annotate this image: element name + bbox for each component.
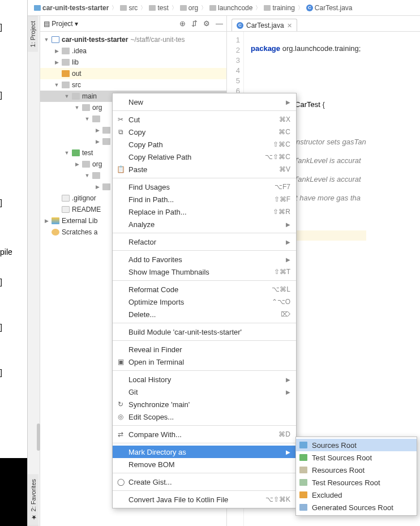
menu-item[interactable]: Git▶ (113, 386, 296, 398)
menu-item[interactable]: Show Image Thumbnails⇧⌘T (113, 266, 296, 278)
menu-item[interactable]: Analyze▶ (113, 218, 296, 230)
menu-item[interactable]: Find in Path...⇧⌘F (113, 193, 296, 206)
submenu-item[interactable]: Sources Root (296, 439, 417, 451)
gear-icon[interactable]: ⚙ (203, 19, 210, 28)
edge-text: pile (0, 247, 12, 256)
side-tool-strip: 1: Project ★ 2: Favorites (28, 16, 40, 526)
submenu-item[interactable]: Generated Sources Root (296, 501, 417, 514)
menu-item[interactable]: ⇄Compare With...⌘D (113, 428, 296, 441)
tree-root[interactable]: ▼car-unit-tests-starter~/staff/car-unit-… (40, 34, 226, 45)
menu-item[interactable]: Add to Favorites▶ (113, 253, 296, 266)
menu-item[interactable]: ◎Edit Scopes... (113, 410, 296, 423)
close-icon[interactable]: ✕ (287, 22, 292, 29)
crumb[interactable]: car-unit-tests-starter (32, 3, 110, 12)
menu-item[interactable]: Build Module 'car-unit-tests-starter' (113, 326, 296, 338)
menu-item[interactable]: Refactor▶ (113, 236, 296, 248)
editor-tab[interactable]: C CarTest.java ✕ (232, 19, 297, 31)
breadcrumb: car-unit-tests-starter〉 src〉 test〉 org〉 … (28, 0, 420, 16)
menu-item[interactable]: Copy Relative Path⌥⇧⌘C (113, 151, 296, 163)
menu-item[interactable]: Replace in Path...⇧⌘R (113, 206, 296, 218)
menu-item[interactable]: ✂Cut⌘X (113, 113, 296, 126)
menu-item[interactable]: Find Usages⌥F7 (113, 181, 296, 193)
tab-label: CarTest.java (246, 22, 284, 29)
tree-row[interactable]: ▶.idea (40, 45, 226, 57)
context-menu: New▶✂Cut⌘X⧉Copy⌘CCopy Path⇧⌘CCopy Relati… (112, 93, 297, 508)
menu-item[interactable]: Convert Java File to Kotlin File⌥⇧⌘K (113, 493, 296, 506)
class-icon: C (237, 22, 243, 29)
submenu-item[interactable]: Test Resources Root (296, 476, 417, 489)
mark-directory-submenu: Sources RootTest Sources RootResources R… (295, 437, 417, 516)
menu-item[interactable]: ▣Open in Terminal (113, 356, 296, 368)
crumb[interactable]: launchcode (208, 3, 254, 12)
crumb[interactable]: training (262, 3, 296, 12)
tree-row[interactable]: ▶lib (40, 57, 226, 68)
submenu-item[interactable]: Resources Root (296, 464, 417, 476)
menu-item[interactable]: Reveal in Finder (113, 343, 296, 356)
menu-item[interactable]: Reformat Code⌥⌘L (113, 283, 296, 296)
project-dropdown[interactable]: ▤ Project ▾ (44, 20, 78, 28)
tree-row[interactable]: ▼src (40, 79, 226, 91)
crumb[interactable]: src (118, 3, 139, 12)
menu-item[interactable]: 📋Paste⌘V (113, 163, 296, 176)
hide-icon[interactable]: — (216, 19, 223, 28)
submenu-item[interactable]: Excluded (296, 489, 417, 501)
tree-row[interactable]: out (40, 68, 226, 79)
collapse-icon[interactable]: ⇵ (191, 19, 198, 28)
menu-item[interactable]: ↻Synchronize 'main' (113, 398, 296, 410)
menu-item[interactable]: Local History▶ (113, 373, 296, 386)
menu-item[interactable]: ⧉Copy⌘C (113, 126, 296, 138)
locate-icon[interactable]: ⊕ (179, 19, 186, 28)
menu-item[interactable]: Remove BOM (113, 458, 296, 471)
crumb[interactable]: CCarTest.java (305, 3, 354, 12)
menu-item[interactable]: ◯Create Gist... (113, 476, 296, 488)
menu-item[interactable]: Delete...⌦ (113, 308, 296, 320)
side-tab-favorites[interactable]: ★ 2: Favorites (28, 474, 38, 526)
side-tab-project[interactable]: 1: Project (28, 16, 38, 52)
submenu-item[interactable]: Test Sources Root (296, 451, 417, 464)
menu-item[interactable]: Copy Path⇧⌘C (113, 138, 296, 151)
crumb[interactable]: org (178, 3, 200, 12)
menu-item[interactable]: Mark Directory as▶ (113, 446, 296, 458)
crumb[interactable]: test (147, 3, 170, 12)
menu-item[interactable]: New▶ (113, 96, 296, 108)
menu-item[interactable]: Optimize Imports⌃⌥O (113, 296, 296, 308)
